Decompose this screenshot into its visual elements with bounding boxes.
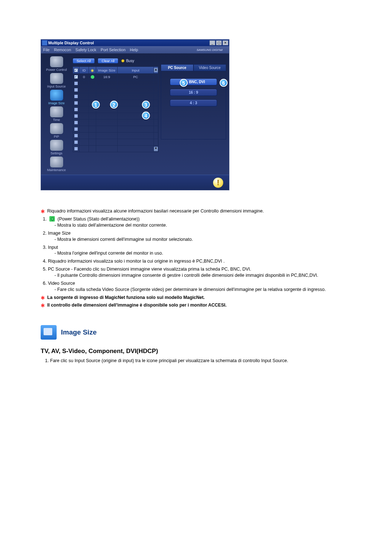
minimize-button[interactable]: _ — [209, 40, 215, 45]
menu-help[interactable]: Help — [130, 48, 138, 52]
marker-3: 3 — [142, 101, 150, 109]
row-checkbox[interactable] — [74, 75, 78, 79]
warning-icon: ! — [213, 178, 223, 188]
sidebar-item-input-source[interactable]: Input Source — [44, 73, 70, 88]
table-row — [73, 87, 159, 93]
list-item: (Power Status (Stato dell'alimentazione)… — [48, 216, 367, 228]
header-input: Input — [118, 67, 154, 73]
menu-safetylock[interactable]: Safety Lock — [75, 48, 96, 52]
header-image-size: Image Size — [96, 67, 118, 73]
sidebar-item-time[interactable]: Time — [44, 106, 70, 122]
pill-4-3[interactable]: 4 : 3 — [170, 100, 217, 106]
table-row — [73, 119, 159, 126]
menubar: File Remocon Safety Lock Port Selection … — [41, 46, 229, 53]
pill-16-9[interactable]: 16 : 9 — [170, 89, 217, 96]
header-id: ID — [79, 67, 89, 73]
note-intro: ✱ Riquadro informazioni visualizza alcun… — [41, 208, 367, 215]
row-status-icon — [89, 74, 96, 80]
list-item: Fare clic su Input Source (origine di in… — [50, 358, 367, 364]
table-row: ▼ — [73, 146, 159, 152]
table-row[interactable]: 0 16:9 PC — [73, 74, 159, 80]
clear-all-button[interactable]: Clear All — [98, 58, 118, 64]
menu-portselection[interactable]: Port Selection — [101, 48, 125, 52]
tab-pc-source[interactable]: PC Source — [161, 64, 193, 71]
list-item: Image Size Mostra le dimensioni correnti… — [48, 230, 367, 243]
select-all-button[interactable]: Select All — [73, 58, 95, 64]
tab-video-source[interactable]: Video Source — [193, 64, 226, 71]
scroll-down-button[interactable]: ▼ — [154, 146, 158, 152]
header-status-icon: ◉ — [89, 67, 96, 73]
list-item: PC Source - Facendo clic su Dimensioni i… — [48, 266, 367, 279]
star-icon: ✱ — [41, 295, 45, 301]
pip-icon — [50, 123, 63, 134]
section-subtitle: TV, AV, S-Video, Component, DVI(HDCP) — [41, 348, 367, 355]
section-header: Image Size — [41, 325, 367, 340]
list-item: Riquadro informazioni visualizza solo i … — [48, 258, 367, 264]
star-icon: ✱ — [41, 208, 45, 215]
power-icon — [50, 56, 63, 67]
image-size-section-icon — [41, 325, 57, 340]
table-row — [73, 139, 159, 146]
maximize-button[interactable]: ▢ — [216, 40, 222, 45]
row-id: 0 — [79, 74, 89, 80]
menu-remocon[interactable]: Remocon — [54, 48, 71, 52]
time-icon — [50, 106, 63, 117]
table-row — [73, 93, 159, 100]
pill-header[interactable]: PC, BNC, DVI — [170, 78, 217, 85]
table-row — [73, 133, 159, 139]
section-title: Image Size — [61, 328, 97, 336]
numbered-list-2: Fare clic su Input Source (origine di in… — [41, 358, 367, 364]
list-item: Input Mostra l'origine dell'input corren… — [48, 244, 367, 257]
sidebar-item-maintenance[interactable]: Maintenance — [44, 157, 70, 172]
marker-5: 5 — [180, 79, 188, 87]
mdc-window: Multiple Display Control _ ▢ ✕ File Remo… — [41, 39, 229, 190]
app-icon — [42, 40, 47, 45]
row-image-size: 16:9 — [96, 74, 118, 80]
header-checkbox[interactable] — [73, 67, 79, 73]
marker-2: 2 — [110, 101, 118, 109]
note-bold-1: ✱ La sorgente di ingresso di MagicNet fu… — [41, 295, 367, 301]
image-size-icon — [50, 90, 63, 101]
note-bold-2: ✱ Il controllo delle dimensioni dell'imm… — [41, 303, 367, 309]
menu-file[interactable]: File — [43, 48, 50, 52]
maintenance-icon — [50, 157, 63, 167]
settings-icon — [50, 140, 63, 151]
sidebar-item-pip[interactable]: PIP — [44, 123, 70, 138]
sidebar-item-image-size[interactable]: Image Size — [44, 90, 70, 105]
brand-label: SAMSUNG DIGITall — [197, 48, 222, 52]
close-button[interactable]: ✕ — [222, 40, 228, 45]
table-row — [73, 80, 159, 87]
power-status-icon — [49, 216, 55, 222]
marker-6: 6 — [220, 79, 228, 87]
status-bar: ! — [41, 175, 229, 190]
window-title: Multiple Display Control — [48, 41, 209, 45]
grid-header: ID ◉ Image Size Input ▲ — [73, 66, 159, 74]
input-source-icon — [50, 73, 63, 84]
star-icon: ✱ — [41, 302, 45, 309]
numbered-list: (Power Status (Stato dell'alimentazione)… — [41, 216, 367, 293]
busy-dot-icon — [121, 59, 124, 62]
table-row — [73, 126, 159, 133]
pc-source-panel: PC, BNC, DVI 16 : 9 4 : 3 — [161, 71, 226, 139]
marker-1: 1 — [92, 101, 100, 109]
row-input: PC — [118, 74, 154, 80]
sidebar-item-power-control[interactable]: Power Control — [44, 56, 70, 72]
marker-4: 4 — [142, 112, 150, 119]
busy-indicator: Busy — [121, 59, 134, 63]
list-item: Video Source Fare clic sulla scheda Vide… — [48, 280, 367, 293]
sidebar-item-settings[interactable]: Settings — [44, 140, 70, 155]
titlebar: Multiple Display Control _ ▢ ✕ — [41, 40, 229, 46]
scroll-up-button[interactable]: ▲ — [154, 67, 158, 73]
